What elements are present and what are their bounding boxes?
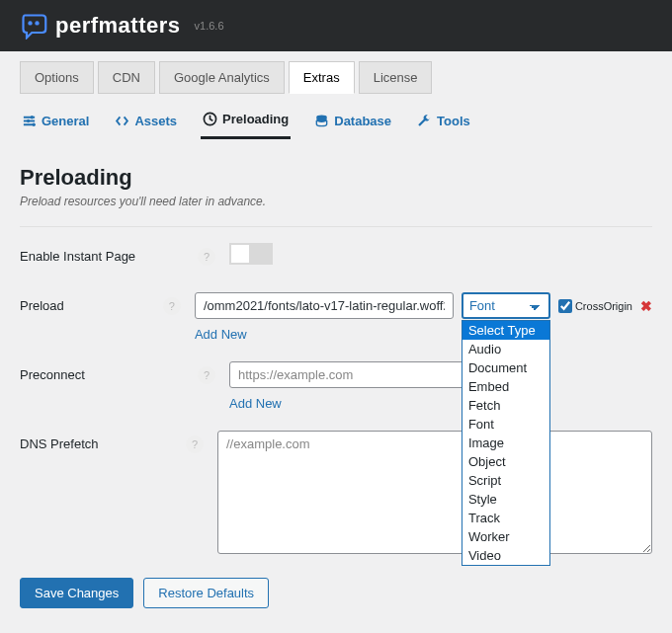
preload-type-select[interactable]: Font <box>462 292 550 319</box>
subtab-tools[interactable]: Tools <box>415 106 472 139</box>
brand-name: perfmatters <box>55 13 181 39</box>
dropdown-option[interactable]: Image <box>462 434 549 452</box>
crossorigin-label: CrossOrigin <box>575 300 632 312</box>
svg-point-0 <box>28 21 32 25</box>
crossorigin-wrap[interactable]: CrossOrigin <box>558 299 632 313</box>
database-icon <box>314 114 329 128</box>
perfmatters-icon <box>20 12 47 40</box>
dropdown-option[interactable]: Worker <box>462 527 549 546</box>
remove-icon[interactable]: ✖ <box>640 298 652 314</box>
tab-extras[interactable]: Extras <box>289 61 355 94</box>
brand-version: v1.6.6 <box>195 20 224 32</box>
subtab-label: General <box>42 114 89 128</box>
subtab-preloading[interactable]: Preloading <box>201 106 291 139</box>
dropdown-option[interactable]: Audio <box>462 340 549 358</box>
wrench-icon <box>417 114 432 128</box>
svg-point-3 <box>27 119 30 121</box>
svg-point-4 <box>33 122 36 125</box>
preload-type-dropdown: Select Type Audio Document Embed Fetch F… <box>462 320 550 566</box>
brand-logo: perfmatters v1.6.6 <box>20 12 224 40</box>
secondary-tabs: General Assets Preloading Database Tools <box>20 106 652 139</box>
preload-add-new[interactable]: Add New <box>195 327 652 342</box>
dropdown-option[interactable]: Fetch <box>462 396 549 415</box>
dns-prefetch-textarea[interactable] <box>217 431 652 554</box>
page-subtitle: Preload resources you'll need later in a… <box>20 195 652 208</box>
tab-cdn[interactable]: CDN <box>98 61 155 94</box>
svg-point-1 <box>35 21 39 25</box>
help-icon[interactable]: ? <box>186 435 204 453</box>
field-label: Preconnect <box>20 361 198 382</box>
subtab-label: Tools <box>437 114 470 128</box>
dropdown-option[interactable]: Font <box>462 415 549 434</box>
field-preload: Preload ? Font CrossOrigin ✖ Select Type… <box>20 292 652 342</box>
help-icon[interactable]: ? <box>198 366 215 384</box>
sliders-icon <box>22 114 37 128</box>
field-preconnect: Preconnect ? Add New <box>20 361 652 411</box>
toggle-knob <box>231 245 249 263</box>
tab-license[interactable]: License <box>359 61 433 94</box>
field-dns-prefetch: DNS Prefetch ? <box>20 431 652 554</box>
primary-tabs: Options CDN Google Analytics Extras Lice… <box>20 61 652 94</box>
dropdown-option[interactable]: Style <box>462 490 549 509</box>
tab-google-analytics[interactable]: Google Analytics <box>159 61 285 94</box>
help-icon[interactable]: ? <box>163 297 181 315</box>
dropdown-option[interactable]: Embed <box>462 377 549 396</box>
help-icon[interactable]: ? <box>198 248 215 266</box>
tab-options[interactable]: Options <box>20 61 94 94</box>
save-button[interactable]: Save Changes <box>20 578 133 608</box>
subtab-assets[interactable]: Assets <box>113 106 179 139</box>
preconnect-add-new[interactable]: Add New <box>229 396 652 411</box>
restore-button[interactable]: Restore Defaults <box>143 578 269 608</box>
action-buttons: Save Changes Restore Defaults <box>20 578 652 608</box>
clock-icon <box>203 112 217 126</box>
dropdown-option[interactable]: Document <box>462 358 549 377</box>
field-label: DNS Prefetch <box>20 431 186 451</box>
dropdown-option[interactable]: Track <box>462 509 549 527</box>
page-title: Preloading <box>20 165 652 191</box>
dropdown-option[interactable]: Object <box>462 452 549 471</box>
preload-url-input[interactable] <box>195 292 454 319</box>
subtab-label: Assets <box>134 114 177 128</box>
subtab-general[interactable]: General <box>20 106 91 139</box>
preconnect-input[interactable] <box>229 361 488 388</box>
dropdown-option[interactable]: Script <box>462 471 549 490</box>
divider <box>20 226 652 227</box>
field-label: Enable Instant Page <box>20 243 198 264</box>
field-label: Preload <box>20 292 163 313</box>
field-instant-page: Enable Instant Page ? <box>20 243 652 273</box>
app-header: perfmatters v1.6.6 <box>0 0 672 51</box>
code-icon <box>115 114 129 128</box>
svg-point-2 <box>31 116 34 119</box>
crossorigin-checkbox[interactable] <box>558 299 572 313</box>
subtab-label: Database <box>334 114 391 128</box>
dropdown-option[interactable]: Video <box>462 546 549 565</box>
dropdown-option[interactable]: Select Type <box>462 321 549 340</box>
subtab-database[interactable]: Database <box>312 106 393 139</box>
content-area: Options CDN Google Analytics Extras Lice… <box>0 51 672 628</box>
instant-page-toggle[interactable] <box>229 243 273 265</box>
subtab-label: Preloading <box>222 112 289 126</box>
